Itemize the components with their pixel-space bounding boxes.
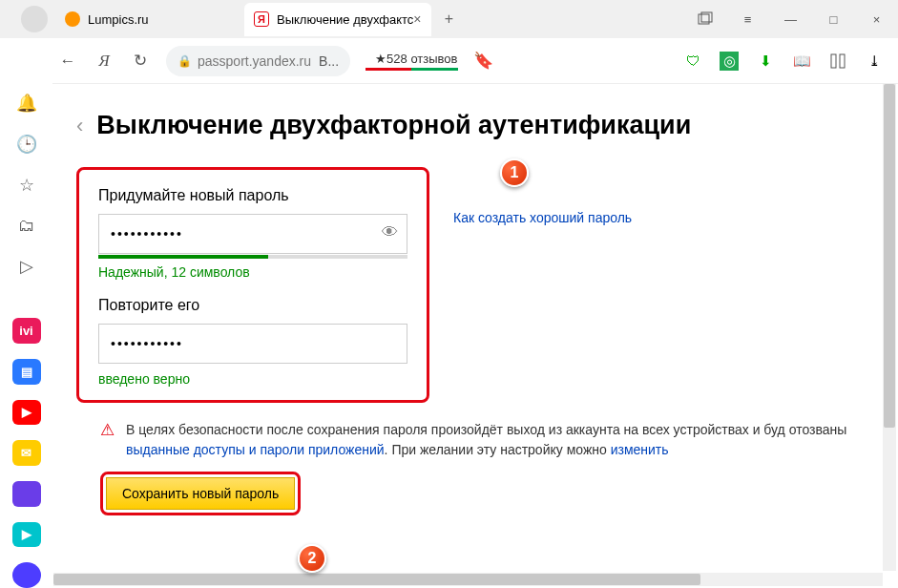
page-back-icon[interactable]: ‹ — [76, 114, 83, 138]
window-close-icon[interactable]: × — [855, 0, 898, 38]
svg-rect-3 — [840, 54, 845, 68]
show-password-icon[interactable]: 👁 — [382, 223, 398, 242]
warning-row: ⚠ В целях безопасности после сохранения … — [76, 420, 869, 460]
purple-app-icon[interactable] — [12, 481, 41, 507]
collections-icon[interactable]: 🗂 — [12, 213, 41, 239]
vertical-scrollbar[interactable] — [883, 84, 896, 571]
menu-icon[interactable]: ≡ — [726, 0, 769, 38]
new-password-label: Придумайте новый пароль — [98, 187, 407, 204]
url-host: passport.yandex.ru — [198, 53, 311, 69]
revoked-access-link[interactable]: выданные доступы и пароли приложений — [126, 442, 385, 457]
tab-favicon-icon: Я — [254, 11, 269, 27]
save-button-highlight: Сохранить новый пароль — [100, 472, 301, 515]
password-form-highlight: Придумайте новый пароль 👁 Надежный, 12 с… — [76, 167, 429, 403]
favorites-icon[interactable]: ☆ — [12, 172, 41, 198]
page-title: Выключение двухфакторной аутентификации — [96, 111, 691, 140]
ivi-app-icon[interactable]: ivi — [12, 318, 41, 344]
youtube-app-icon[interactable]: ▶ — [12, 400, 41, 426]
alice-app-icon[interactable] — [12, 562, 41, 588]
tab-active[interactable]: Я Выключение двухфактс × — [244, 3, 431, 36]
callout-badge-2: 2 — [298, 544, 326, 573]
nav-bar: ← Я ↻ 🔒 passport.yandex.ru В... ★528 отз… — [0, 38, 898, 84]
change-setting-link[interactable]: изменить — [611, 442, 669, 457]
bookmark-icon[interactable]: 🔖 — [473, 51, 494, 71]
warning-icon: ⚠ — [100, 420, 115, 460]
docs-app-icon[interactable]: ▤ — [12, 359, 41, 385]
reader-ext-icon[interactable]: 📖 — [792, 52, 811, 71]
strength-text: Надежный, 12 символов — [98, 264, 407, 280]
reviews-badge[interactable]: ★528 отзывов — [365, 52, 457, 71]
left-sidebar: 🔔 🕒 ☆ 🗂 ▷ ivi ▤ ▶ ✉ ▶ — [0, 38, 52, 588]
address-bar[interactable]: 🔒 passport.yandex.ru В... — [166, 46, 350, 76]
lock-icon: 🔒 — [178, 54, 192, 68]
password-help-link[interactable]: Как создать хороший пароль — [453, 210, 632, 403]
tab-title: Lumpics.ru — [88, 12, 149, 27]
callout-badge-1: 1 — [500, 158, 529, 187]
yandex-home-icon[interactable]: Я — [94, 52, 115, 71]
horizontal-scrollbar[interactable] — [53, 573, 883, 586]
extensions-icon[interactable] — [828, 52, 847, 71]
page-content: ‹ Выключение двухфакторной аутентификаци… — [0, 84, 898, 588]
url-suffix: В... — [319, 53, 339, 69]
tab-close-icon[interactable]: × — [413, 11, 421, 27]
notifications-icon[interactable]: 🔔 — [12, 91, 41, 116]
vertical-scrollbar-thumb[interactable] — [884, 84, 895, 428]
reload-icon[interactable]: ↻ — [130, 51, 151, 71]
history-icon[interactable]: 🕒 — [12, 132, 41, 158]
tab-title: Выключение двухфактс — [277, 12, 413, 27]
horizontal-scrollbar-thumb[interactable] — [53, 574, 700, 585]
tab-lumpics[interactable]: Lumpics.ru — [55, 3, 237, 36]
tabs-overview-icon[interactable] — [683, 0, 726, 38]
mail-app-icon[interactable]: ✉ — [12, 440, 41, 466]
warning-text: В целях безопасности после сохранения па… — [126, 420, 869, 460]
tab-favicon-icon — [65, 11, 80, 27]
svg-rect-2 — [831, 54, 836, 68]
profile-avatar-icon[interactable] — [21, 6, 48, 32]
save-password-button[interactable]: Сохранить новый пароль — [106, 477, 295, 510]
repeat-valid-text: введено верно — [98, 371, 407, 387]
new-password-input[interactable] — [98, 214, 407, 254]
title-bar: Lumpics.ru Я Выключение двухфактс × + ≡ … — [0, 0, 898, 38]
reviews-text: ★528 отзывов — [375, 52, 457, 66]
repeat-password-input[interactable] — [98, 324, 407, 364]
reviews-underline — [365, 68, 457, 71]
warning-text-pre: В целях безопасности после сохранения па… — [126, 422, 846, 437]
window-maximize-icon[interactable]: □ — [812, 0, 855, 38]
window-minimize-icon[interactable]: — — [769, 0, 812, 38]
back-icon[interactable]: ← — [57, 52, 78, 71]
shield-ext-icon[interactable]: 🛡 — [683, 52, 702, 71]
new-tab-button[interactable]: + — [436, 6, 463, 32]
download-ext-icon[interactable]: ⬇ — [756, 52, 775, 71]
strength-bar — [98, 255, 407, 259]
play-icon[interactable]: ▷ — [12, 254, 41, 280]
teal-app-icon[interactable]: ▶ — [12, 522, 41, 548]
downloads-icon[interactable]: ⤓ — [865, 52, 884, 71]
target-ext-icon[interactable]: ◎ — [720, 52, 739, 71]
repeat-password-label: Повторите его — [98, 297, 407, 314]
warning-text-mid: . При желании эту настройку можно — [385, 442, 611, 457]
